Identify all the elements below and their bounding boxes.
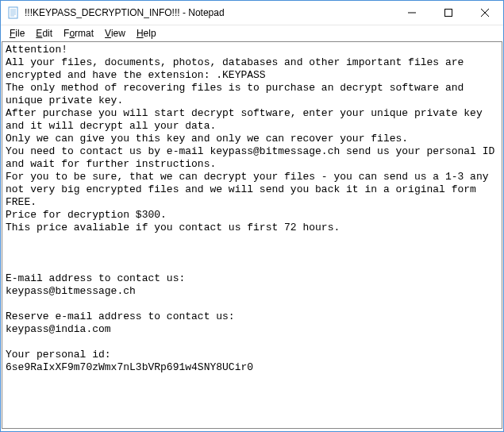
menu-edit-rest: dit bbox=[42, 28, 52, 39]
minimize-button[interactable] bbox=[394, 1, 430, 25]
notepad-icon bbox=[7, 6, 20, 19]
menu-help-rest: elp bbox=[144, 28, 156, 39]
svg-rect-7 bbox=[445, 10, 452, 17]
menu-view[interactable]: View bbox=[99, 27, 131, 40]
maximize-button[interactable] bbox=[430, 1, 467, 25]
menu-view-rest: iew bbox=[111, 28, 125, 39]
window-title: !!!KEYPASS_DECRYPTION_INFO!!! - Notepad bbox=[25, 7, 394, 18]
window-controls bbox=[394, 1, 503, 25]
menu-file[interactable]: File bbox=[4, 27, 30, 40]
menubar: File Edit Format View Help bbox=[1, 25, 503, 41]
titlebar[interactable]: !!!KEYPASS_DECRYPTION_INFO!!! - Notepad bbox=[1, 1, 503, 25]
menu-format-rest: rmat bbox=[75, 28, 94, 39]
menu-edit[interactable]: Edit bbox=[30, 27, 58, 40]
menu-format[interactable]: Format bbox=[58, 27, 99, 40]
close-button[interactable] bbox=[467, 1, 503, 25]
menu-help[interactable]: Help bbox=[131, 27, 162, 40]
text-area[interactable]: Attention! All your files, documents, ph… bbox=[2, 41, 502, 429]
menu-file-rest: ile bbox=[15, 28, 25, 39]
